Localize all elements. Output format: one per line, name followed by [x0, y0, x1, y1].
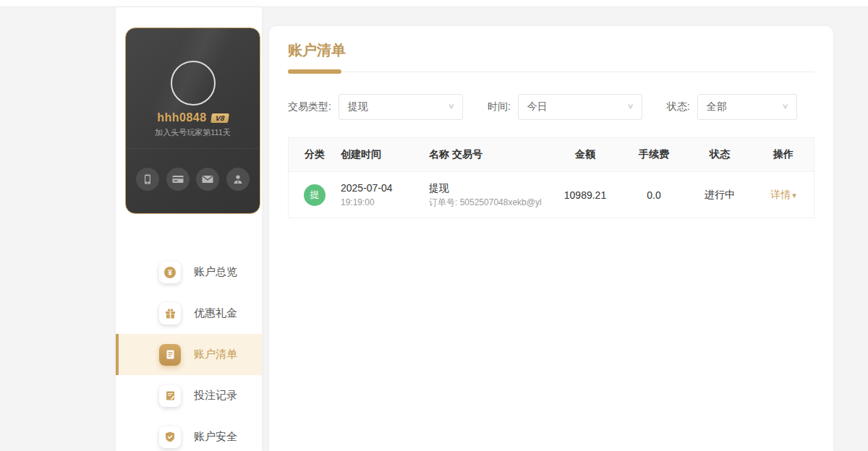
- transactions-table: 分类 创建时间 名称 交易号 金额 手续费 状态 操作 提 2025-07-04…: [288, 137, 814, 218]
- details-link[interactable]: 详情▾: [770, 189, 796, 200]
- table-header-row: 分类 创建时间 名称 交易号 金额 手续费 状态 操作: [289, 138, 814, 171]
- created-date: 2025-07-04: [341, 181, 429, 195]
- header-fee: 手续费: [621, 148, 686, 161]
- card-sheen: [125, 27, 260, 115]
- profile-card: hhh0848 V8 加入头号玩家第111天: [125, 27, 260, 214]
- sidebar-item-account-overview[interactable]: ¥ 账户总览: [116, 252, 262, 293]
- sidebar-item-label: 账户安全: [194, 430, 237, 444]
- gift-icon: [159, 303, 181, 325]
- transaction-type-select[interactable]: 提现 ∨: [339, 94, 463, 120]
- sidebar: hhh0848 V8 加入头号玩家第111天 ¥ 账户总览: [116, 7, 262, 451]
- chevron-down-icon: ∨: [448, 102, 455, 110]
- main-panel: 账户清单 交易类型: 提现 ∨ 时间: 今日 ∨ 状态: 全部 ∨: [269, 26, 833, 451]
- status-value: 进行中: [686, 189, 753, 202]
- bank-card-icon[interactable]: [166, 168, 190, 191]
- sidebar-item-label: 账户清单: [194, 348, 237, 361]
- sidebar-item-label: 投注记录: [194, 389, 237, 403]
- user-icon[interactable]: [226, 168, 250, 191]
- join-days-text: 加入头号玩家第111天: [126, 127, 260, 138]
- table-row: 提 2025-07-04 19:19:00 提现 订单号: 5052507048…: [289, 171, 814, 218]
- vip-badge: V8: [210, 113, 229, 123]
- header-status: 状态: [686, 148, 753, 161]
- chevron-down-icon: ∨: [781, 102, 788, 110]
- top-bar: [0, 0, 868, 7]
- header-name-transaction-no: 名称 交易号: [429, 148, 549, 161]
- page-title: 账户清单: [288, 42, 346, 58]
- chevron-down-icon: ∨: [627, 102, 634, 110]
- sidebar-item-promotions[interactable]: 优惠礼金: [116, 293, 262, 334]
- header-category: 分类: [289, 148, 341, 161]
- title-underline: [288, 69, 341, 74]
- withdrawal-badge: 提: [304, 184, 326, 206]
- sidebar-item-account-statement[interactable]: 账户清单: [116, 334, 262, 375]
- shield-icon: [159, 426, 181, 448]
- filter-label-status: 状态:: [667, 100, 690, 113]
- fee-value: 0.0: [621, 189, 686, 201]
- sidebar-item-label: 优惠礼金: [194, 306, 237, 320]
- statement-icon: [159, 344, 181, 366]
- panel-header: 账户清单: [288, 40, 814, 72]
- header-created-time: 创建时间: [341, 148, 429, 161]
- header-action: 操作: [753, 148, 814, 161]
- time-select[interactable]: 今日 ∨: [518, 94, 642, 120]
- transaction-type-value: 提现: [348, 100, 368, 113]
- filter-bar: 交易类型: 提现 ∨ 时间: 今日 ∨ 状态: 全部 ∨: [288, 94, 814, 120]
- transaction-name: 提现: [429, 181, 549, 195]
- sidebar-item-account-security[interactable]: 账户安全: [116, 416, 262, 451]
- caret-down-icon: ▾: [792, 191, 796, 199]
- sidebar-item-label: 账户总览: [194, 265, 237, 279]
- bet-records-icon: [159, 385, 181, 407]
- filter-label-transaction-type: 交易类型:: [288, 100, 331, 113]
- order-number: 订单号: 5052507048xekb@yl: [429, 197, 549, 209]
- sidebar-nav: ¥ 账户总览 优惠礼金 账户清单 投注记录 账户安全: [116, 252, 262, 451]
- coin-icon: ¥: [159, 262, 181, 283]
- status-value: 全部: [707, 100, 727, 113]
- amount-value: 10989.21: [549, 189, 621, 201]
- card-divider: [126, 148, 260, 149]
- filter-label-time: 时间:: [488, 100, 511, 113]
- sidebar-item-bet-records[interactable]: 投注记录: [116, 375, 262, 416]
- time-value: 今日: [527, 100, 548, 113]
- status-select[interactable]: 全部 ∨: [697, 94, 797, 120]
- header-amount: 金额: [549, 148, 621, 161]
- mail-icon[interactable]: [196, 168, 219, 191]
- created-time: 19:19:00: [341, 197, 429, 209]
- svg-text:¥: ¥: [168, 268, 172, 276]
- phone-icon[interactable]: [136, 168, 159, 191]
